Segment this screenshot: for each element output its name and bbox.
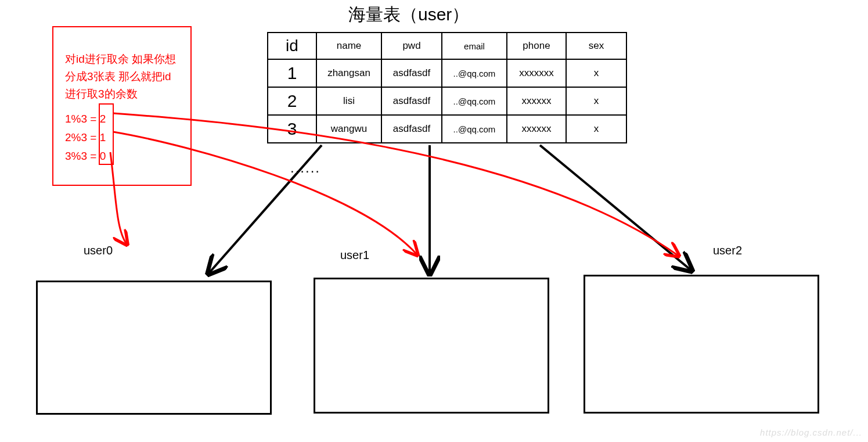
annotation-box: 对id进行取余 如果你想 分成3张表 那么就把id 进行取3的余数 1%3 = … bbox=[52, 26, 192, 186]
annotation-line1: 对id进行取余 如果你想 bbox=[65, 51, 183, 68]
cell-name: lisi bbox=[316, 87, 381, 115]
cell-pwd: asdfasdf bbox=[381, 59, 442, 87]
black-arrow-group bbox=[209, 145, 691, 273]
cell-name: zhangsan bbox=[316, 59, 381, 87]
header-name: name bbox=[316, 33, 381, 59]
annotation-line2: 分成3张表 那么就把id bbox=[65, 68, 183, 85]
annotation-line3: 进行取3的余数 bbox=[65, 85, 183, 103]
table-header-row: id name pwd email phone sex bbox=[268, 33, 626, 59]
cell-phone: xxxxxx bbox=[507, 115, 566, 143]
mod-row: 2%3 = 1 bbox=[65, 128, 183, 147]
cell-id: 3 bbox=[268, 115, 316, 143]
mod-row: 1%3 = 2 bbox=[65, 110, 183, 128]
cell-phone: xxxxxxx bbox=[507, 59, 566, 87]
cell-id: 2 bbox=[268, 87, 316, 115]
user0-box bbox=[36, 281, 272, 415]
user1-box bbox=[314, 278, 549, 414]
table-row: 1 zhangsan asdfasdf ..@qq.com xxxxxxx x bbox=[268, 59, 626, 87]
header-pwd: pwd bbox=[381, 33, 442, 59]
cell-email: ..@qq.com bbox=[442, 59, 507, 87]
cell-phone: xxxxxx bbox=[507, 87, 566, 115]
user2-box bbox=[584, 275, 819, 414]
annotation-mods: 1%3 = 2 2%3 = 1 3%3 = 0 bbox=[65, 110, 183, 166]
table-row: 2 lisi asdfasdf ..@qq.com xxxxxx x bbox=[268, 87, 626, 115]
watermark-text: https://blog.csdn.net/... bbox=[760, 427, 862, 437]
mod-expr: 2%3 = bbox=[65, 131, 96, 143]
cell-email: ..@qq.com bbox=[442, 115, 507, 143]
cell-name: wangwu bbox=[316, 115, 381, 143]
cell-pwd: asdfasdf bbox=[381, 115, 442, 143]
table-ellipsis: ...... bbox=[290, 160, 320, 176]
mod-expr: 1%3 = bbox=[65, 113, 96, 125]
cell-sex: x bbox=[566, 87, 626, 115]
table-row: 3 wangwu asdfasdf ..@qq.com xxxxxx x bbox=[268, 115, 626, 143]
cell-sex: x bbox=[566, 59, 626, 87]
cell-sex: x bbox=[566, 115, 626, 143]
user0-label: user0 bbox=[84, 244, 113, 257]
user1-label: user1 bbox=[340, 249, 369, 262]
user-table: id name pwd email phone sex 1 zhangsan a… bbox=[267, 32, 627, 143]
header-sex: sex bbox=[566, 33, 626, 59]
header-phone: phone bbox=[507, 33, 566, 59]
header-id: id bbox=[268, 33, 316, 59]
cell-id: 1 bbox=[268, 59, 316, 87]
mod-expr: 3%3 = bbox=[65, 150, 96, 162]
mod-row: 3%3 = 0 bbox=[65, 147, 183, 166]
mod-result-highlight bbox=[99, 103, 114, 165]
cell-pwd: asdfasdf bbox=[381, 87, 442, 115]
cell-email: ..@qq.com bbox=[442, 87, 507, 115]
user2-label: user2 bbox=[713, 244, 742, 257]
arrow-to-user2 bbox=[540, 145, 691, 270]
diagram-title: 海量表（user） bbox=[348, 3, 469, 27]
header-email: email bbox=[442, 33, 507, 59]
